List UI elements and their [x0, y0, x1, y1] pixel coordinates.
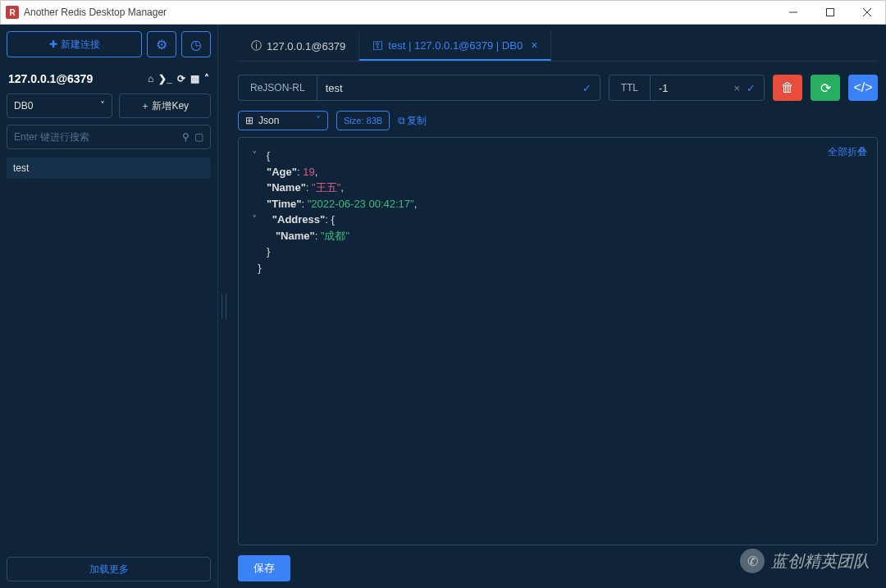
refresh-icon[interactable]: ⟳	[177, 73, 185, 84]
tabs: ⓘ 127.0.0.1@6379 ⚿ test | 127.0.0.1@6379…	[238, 31, 878, 62]
connection-name: 127.0.0.1@6379	[8, 72, 93, 85]
gear-icon: ⚙	[156, 37, 167, 52]
key-type-badge: ReJSON-RL	[238, 75, 317, 101]
close-icon[interactable]: ×	[531, 39, 537, 52]
copy-icon: ⧉	[398, 115, 405, 126]
window-title: Another Redis Desktop Manager	[24, 7, 774, 18]
search-input[interactable]	[7, 131, 176, 143]
collapse-all-button[interactable]: 全部折叠	[828, 144, 867, 159]
code-button[interactable]: </>	[848, 75, 878, 101]
filter-icon[interactable]: ▢	[194, 131, 203, 143]
watermark: ✆ 蓝创精英团队	[740, 549, 870, 573]
check-icon[interactable]: ✓	[582, 82, 591, 94]
settings-button[interactable]: ⚙	[147, 31, 176, 57]
search-row: ⚲ ▢	[7, 125, 211, 149]
view-mode-select[interactable]: ⊞ Json ˅	[238, 111, 328, 130]
svg-rect-1	[826, 9, 833, 16]
home-icon[interactable]: ⌂	[148, 73, 153, 84]
json-viewer[interactable]: 全部折叠 ˅ { "Age": 19, "Name": "王五", "Time"…	[238, 137, 878, 545]
info-icon: ⓘ	[251, 39, 262, 53]
copy-button[interactable]: ⧉ 复制	[398, 114, 427, 128]
maximize-button[interactable]	[811, 1, 848, 25]
clear-icon[interactable]: ×	[733, 82, 740, 94]
clock-icon: ◷	[190, 37, 202, 52]
db-selected-label: DB0	[14, 100, 33, 112]
watermark-text: 蓝创精英团队	[771, 550, 870, 572]
tab-key-test[interactable]: ⚿ test | 127.0.0.1@6379 | DB0 ×	[359, 31, 551, 61]
key-list: test	[7, 157, 211, 550]
new-connection-label: 新建连接	[61, 38, 100, 52]
plus-circle-icon: ✚	[49, 39, 57, 50]
check-icon[interactable]: ✓	[747, 82, 756, 94]
ttl-input[interactable]: -1 × ✓	[650, 75, 765, 101]
main-panel: ⓘ 127.0.0.1@6379 ⚿ test | 127.0.0.1@6379…	[230, 25, 886, 588]
tab-connection-info[interactable]: ⓘ 127.0.0.1@6379	[238, 31, 359, 61]
sidebar: ✚ 新建连接 ⚙ ◷ 127.0.0.1@6379 ⌂ ❯_ ⟳ ▦ ˄ DB0	[0, 25, 218, 588]
tab-label: 127.0.0.1@6379	[267, 40, 345, 52]
key-item[interactable]: test	[7, 157, 211, 179]
size-badge: Size: 83B	[336, 111, 390, 130]
minimize-button[interactable]	[774, 1, 811, 25]
load-more-button[interactable]: 加载更多	[7, 557, 211, 581]
wechat-icon: ✆	[740, 549, 765, 573]
add-key-button[interactable]: ＋ 新增Key	[119, 93, 212, 118]
db-select[interactable]: DB0 ˅	[7, 93, 112, 118]
key-name-label: test	[326, 82, 343, 94]
delete-button[interactable]: 🗑	[773, 75, 802, 101]
code-icon: </>	[853, 80, 872, 95]
trash-icon: 🗑	[781, 80, 794, 95]
close-button[interactable]	[848, 1, 885, 25]
ttl-value-label: -1	[659, 82, 669, 94]
add-key-label: 新增Key	[152, 99, 189, 113]
ttl-label: TTL	[609, 75, 650, 101]
terminal-icon[interactable]: ❯_	[158, 73, 172, 84]
search-icon[interactable]: ⚲	[182, 131, 190, 143]
title-bar: R Another Redis Desktop Manager	[0, 0, 886, 25]
new-connection-button[interactable]: ✚ 新建连接	[7, 31, 142, 57]
grid-icon[interactable]: ▦	[190, 73, 199, 84]
json-content: ˅ { "Age": 19, "Name": "王五", "Time": "20…	[252, 148, 864, 276]
view-mode-label: Json	[258, 115, 279, 126]
log-button[interactable]: ◷	[181, 31, 211, 57]
tab-label: test | 127.0.0.1@6379 | DB0	[388, 39, 523, 52]
key-icon: ⚿	[372, 39, 383, 52]
key-name-input[interactable]: test ✓	[317, 75, 601, 101]
connection-header[interactable]: 127.0.0.1@6379 ⌂ ❯_ ⟳ ▦ ˄	[7, 69, 211, 93]
chevron-up-icon[interactable]: ˄	[204, 73, 209, 84]
chevron-down-icon: ˅	[100, 100, 105, 112]
tree-icon: ⊞	[245, 115, 253, 126]
refresh-icon: ⟳	[820, 80, 831, 96]
app-icon: R	[6, 6, 19, 19]
copy-label: 复制	[407, 114, 427, 128]
plus-icon: ＋	[140, 99, 150, 113]
refresh-button[interactable]: ⟳	[811, 75, 840, 101]
save-button[interactable]: 保存	[238, 555, 290, 581]
resize-handle[interactable]	[218, 25, 230, 588]
chevron-down-icon: ˅	[316, 115, 321, 126]
